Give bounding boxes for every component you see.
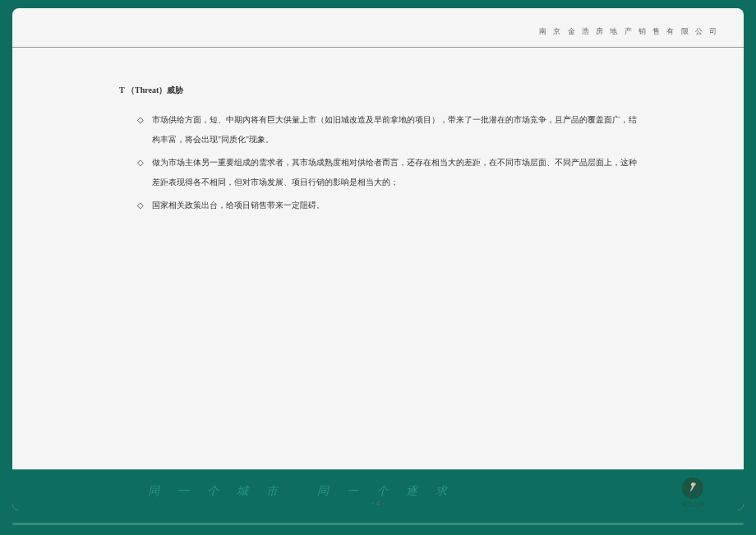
main-content: T （Threat）威胁 ◇ 市场供给方面，短、中期内将有巨大供量上市（如旧城改… xyxy=(12,48,744,235)
footer-divider xyxy=(12,469,744,470)
diamond-icon: ◇ xyxy=(137,196,144,215)
list-item: ◇ 做为市场主体另一重要组成的需求者，其市场成熟度相对供给者而言，还存在相当大的… xyxy=(137,153,637,192)
bottom-accent-bar xyxy=(12,523,744,525)
document-page: 南 京 金 浩 房 地 产 销 售 有 限 公 司 T （Threat）威胁 ◇… xyxy=(12,8,744,510)
logo-area: 城市之间 xyxy=(670,469,715,509)
bullet-text: 市场供给方面，短、中期内将有巨大供量上市（如旧城改造及早前拿地的项目），带来了一… xyxy=(152,115,637,144)
company-name: 南 京 金 浩 房 地 产 销 售 有 限 公 司 xyxy=(539,26,719,37)
page-header: 南 京 金 浩 房 地 产 销 售 有 限 公 司 xyxy=(12,8,744,48)
diamond-icon: ◇ xyxy=(137,153,144,173)
page-number: - 4 - xyxy=(372,499,385,507)
list-item: ◇ 市场供给方面，短、中期内将有巨大供量上市（如旧城改造及早前拿地的项目），带来… xyxy=(137,110,637,150)
bullet-list: ◇ 市场供给方面，短、中期内将有巨大供量上市（如旧城改造及早前拿地的项目），带来… xyxy=(119,110,637,215)
list-item: ◇ 国家相关政策出台，给项目销售带来一定阻碍。 xyxy=(137,196,637,215)
bullet-text: 国家相关政策出台，给项目销售带来一定阻碍。 xyxy=(152,201,325,210)
diamond-icon: ◇ xyxy=(137,110,144,130)
logo-text: 城市之间 xyxy=(681,500,704,509)
footer-slogan: 同一个城市 同一个逐求 xyxy=(148,484,465,499)
bird-icon xyxy=(682,477,703,499)
section-title: T （Threat）威胁 xyxy=(119,81,637,100)
bullet-text: 做为市场主体另一重要组成的需求者，其市场成熟度相对供给者而言，还存在相当大的差距… xyxy=(152,158,637,187)
